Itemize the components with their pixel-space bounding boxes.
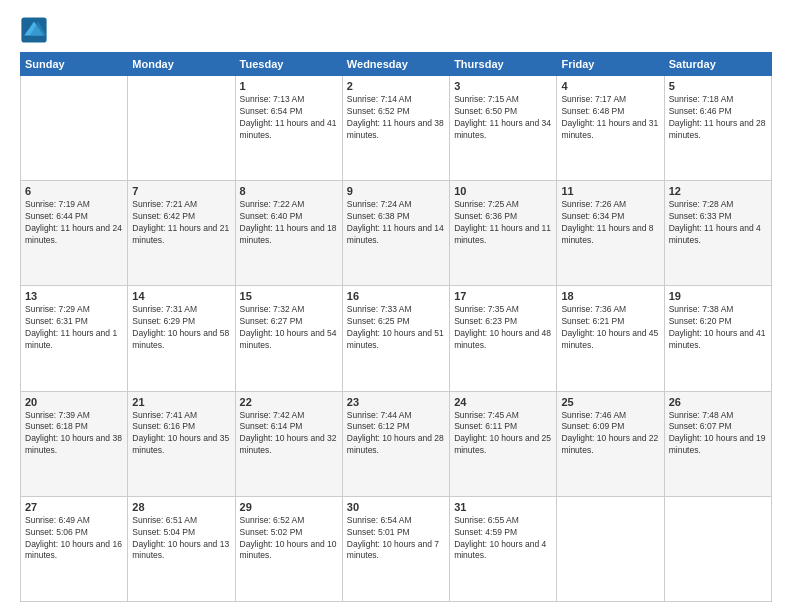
- day-number: 4: [561, 80, 659, 92]
- day-number: 15: [240, 290, 338, 302]
- day-info: Sunrise: 7:19 AM Sunset: 6:44 PM Dayligh…: [25, 199, 123, 247]
- day-info: Sunrise: 7:28 AM Sunset: 6:33 PM Dayligh…: [669, 199, 767, 247]
- day-info: Sunrise: 6:54 AM Sunset: 5:01 PM Dayligh…: [347, 515, 445, 563]
- calendar-week-row: 6Sunrise: 7:19 AM Sunset: 6:44 PM Daylig…: [21, 181, 772, 286]
- calendar-cell: 4Sunrise: 7:17 AM Sunset: 6:48 PM Daylig…: [557, 76, 664, 181]
- calendar-week-row: 1Sunrise: 7:13 AM Sunset: 6:54 PM Daylig…: [21, 76, 772, 181]
- calendar-cell: 7Sunrise: 7:21 AM Sunset: 6:42 PM Daylig…: [128, 181, 235, 286]
- day-number: 24: [454, 396, 552, 408]
- day-number: 3: [454, 80, 552, 92]
- logo: [20, 16, 52, 44]
- day-number: 9: [347, 185, 445, 197]
- day-number: 5: [669, 80, 767, 92]
- header: [20, 16, 772, 44]
- calendar-cell: 19Sunrise: 7:38 AM Sunset: 6:20 PM Dayli…: [664, 286, 771, 391]
- day-number: 2: [347, 80, 445, 92]
- day-info: Sunrise: 7:14 AM Sunset: 6:52 PM Dayligh…: [347, 94, 445, 142]
- day-info: Sunrise: 6:49 AM Sunset: 5:06 PM Dayligh…: [25, 515, 123, 563]
- day-number: 19: [669, 290, 767, 302]
- day-number: 23: [347, 396, 445, 408]
- calendar-cell: 22Sunrise: 7:42 AM Sunset: 6:14 PM Dayli…: [235, 391, 342, 496]
- calendar-cell: 21Sunrise: 7:41 AM Sunset: 6:16 PM Dayli…: [128, 391, 235, 496]
- day-info: Sunrise: 6:51 AM Sunset: 5:04 PM Dayligh…: [132, 515, 230, 563]
- day-number: 13: [25, 290, 123, 302]
- day-info: Sunrise: 7:15 AM Sunset: 6:50 PM Dayligh…: [454, 94, 552, 142]
- logo-icon: [20, 16, 48, 44]
- day-info: Sunrise: 7:36 AM Sunset: 6:21 PM Dayligh…: [561, 304, 659, 352]
- calendar-cell: 27Sunrise: 6:49 AM Sunset: 5:06 PM Dayli…: [21, 496, 128, 601]
- day-number: 27: [25, 501, 123, 513]
- day-number: 1: [240, 80, 338, 92]
- day-info: Sunrise: 7:33 AM Sunset: 6:25 PM Dayligh…: [347, 304, 445, 352]
- calendar-cell: 10Sunrise: 7:25 AM Sunset: 6:36 PM Dayli…: [450, 181, 557, 286]
- day-info: Sunrise: 7:26 AM Sunset: 6:34 PM Dayligh…: [561, 199, 659, 247]
- weekday-header: Monday: [128, 53, 235, 76]
- calendar-cell: 2Sunrise: 7:14 AM Sunset: 6:52 PM Daylig…: [342, 76, 449, 181]
- day-info: Sunrise: 7:13 AM Sunset: 6:54 PM Dayligh…: [240, 94, 338, 142]
- day-number: 14: [132, 290, 230, 302]
- calendar-cell: 14Sunrise: 7:31 AM Sunset: 6:29 PM Dayli…: [128, 286, 235, 391]
- day-info: Sunrise: 7:31 AM Sunset: 6:29 PM Dayligh…: [132, 304, 230, 352]
- calendar-cell: 29Sunrise: 6:52 AM Sunset: 5:02 PM Dayli…: [235, 496, 342, 601]
- day-number: 11: [561, 185, 659, 197]
- day-info: Sunrise: 7:39 AM Sunset: 6:18 PM Dayligh…: [25, 410, 123, 458]
- calendar-cell: [557, 496, 664, 601]
- calendar-cell: 20Sunrise: 7:39 AM Sunset: 6:18 PM Dayli…: [21, 391, 128, 496]
- day-info: Sunrise: 7:24 AM Sunset: 6:38 PM Dayligh…: [347, 199, 445, 247]
- day-number: 20: [25, 396, 123, 408]
- calendar-cell: 18Sunrise: 7:36 AM Sunset: 6:21 PM Dayli…: [557, 286, 664, 391]
- calendar-header-row: SundayMondayTuesdayWednesdayThursdayFrid…: [21, 53, 772, 76]
- day-info: Sunrise: 7:17 AM Sunset: 6:48 PM Dayligh…: [561, 94, 659, 142]
- day-info: Sunrise: 7:45 AM Sunset: 6:11 PM Dayligh…: [454, 410, 552, 458]
- calendar-week-row: 20Sunrise: 7:39 AM Sunset: 6:18 PM Dayli…: [21, 391, 772, 496]
- calendar-cell: 12Sunrise: 7:28 AM Sunset: 6:33 PM Dayli…: [664, 181, 771, 286]
- day-number: 18: [561, 290, 659, 302]
- day-info: Sunrise: 7:46 AM Sunset: 6:09 PM Dayligh…: [561, 410, 659, 458]
- calendar-cell: 9Sunrise: 7:24 AM Sunset: 6:38 PM Daylig…: [342, 181, 449, 286]
- calendar-cell: 31Sunrise: 6:55 AM Sunset: 4:59 PM Dayli…: [450, 496, 557, 601]
- calendar-cell: [664, 496, 771, 601]
- day-info: Sunrise: 7:18 AM Sunset: 6:46 PM Dayligh…: [669, 94, 767, 142]
- calendar-table: SundayMondayTuesdayWednesdayThursdayFrid…: [20, 52, 772, 602]
- calendar-cell: 23Sunrise: 7:44 AM Sunset: 6:12 PM Dayli…: [342, 391, 449, 496]
- weekday-header: Tuesday: [235, 53, 342, 76]
- day-info: Sunrise: 7:35 AM Sunset: 6:23 PM Dayligh…: [454, 304, 552, 352]
- calendar-cell: 24Sunrise: 7:45 AM Sunset: 6:11 PM Dayli…: [450, 391, 557, 496]
- day-number: 12: [669, 185, 767, 197]
- weekday-header: Wednesday: [342, 53, 449, 76]
- weekday-header: Thursday: [450, 53, 557, 76]
- day-info: Sunrise: 7:42 AM Sunset: 6:14 PM Dayligh…: [240, 410, 338, 458]
- day-info: Sunrise: 6:55 AM Sunset: 4:59 PM Dayligh…: [454, 515, 552, 563]
- weekday-header: Friday: [557, 53, 664, 76]
- calendar-week-row: 27Sunrise: 6:49 AM Sunset: 5:06 PM Dayli…: [21, 496, 772, 601]
- weekday-header: Sunday: [21, 53, 128, 76]
- day-info: Sunrise: 7:38 AM Sunset: 6:20 PM Dayligh…: [669, 304, 767, 352]
- day-info: Sunrise: 7:25 AM Sunset: 6:36 PM Dayligh…: [454, 199, 552, 247]
- day-number: 26: [669, 396, 767, 408]
- day-info: Sunrise: 6:52 AM Sunset: 5:02 PM Dayligh…: [240, 515, 338, 563]
- day-info: Sunrise: 7:41 AM Sunset: 6:16 PM Dayligh…: [132, 410, 230, 458]
- calendar-cell: 17Sunrise: 7:35 AM Sunset: 6:23 PM Dayli…: [450, 286, 557, 391]
- calendar-cell: 26Sunrise: 7:48 AM Sunset: 6:07 PM Dayli…: [664, 391, 771, 496]
- day-number: 7: [132, 185, 230, 197]
- day-info: Sunrise: 7:32 AM Sunset: 6:27 PM Dayligh…: [240, 304, 338, 352]
- calendar-cell: 6Sunrise: 7:19 AM Sunset: 6:44 PM Daylig…: [21, 181, 128, 286]
- calendar-cell: [21, 76, 128, 181]
- calendar-cell: 16Sunrise: 7:33 AM Sunset: 6:25 PM Dayli…: [342, 286, 449, 391]
- day-info: Sunrise: 7:44 AM Sunset: 6:12 PM Dayligh…: [347, 410, 445, 458]
- day-number: 31: [454, 501, 552, 513]
- day-info: Sunrise: 7:29 AM Sunset: 6:31 PM Dayligh…: [25, 304, 123, 352]
- day-number: 29: [240, 501, 338, 513]
- day-info: Sunrise: 7:22 AM Sunset: 6:40 PM Dayligh…: [240, 199, 338, 247]
- calendar-cell: 13Sunrise: 7:29 AM Sunset: 6:31 PM Dayli…: [21, 286, 128, 391]
- calendar-cell: [128, 76, 235, 181]
- day-number: 10: [454, 185, 552, 197]
- day-number: 30: [347, 501, 445, 513]
- calendar-cell: 15Sunrise: 7:32 AM Sunset: 6:27 PM Dayli…: [235, 286, 342, 391]
- day-info: Sunrise: 7:21 AM Sunset: 6:42 PM Dayligh…: [132, 199, 230, 247]
- day-info: Sunrise: 7:48 AM Sunset: 6:07 PM Dayligh…: [669, 410, 767, 458]
- calendar-cell: 8Sunrise: 7:22 AM Sunset: 6:40 PM Daylig…: [235, 181, 342, 286]
- calendar-cell: 28Sunrise: 6:51 AM Sunset: 5:04 PM Dayli…: [128, 496, 235, 601]
- day-number: 17: [454, 290, 552, 302]
- calendar-cell: 11Sunrise: 7:26 AM Sunset: 6:34 PM Dayli…: [557, 181, 664, 286]
